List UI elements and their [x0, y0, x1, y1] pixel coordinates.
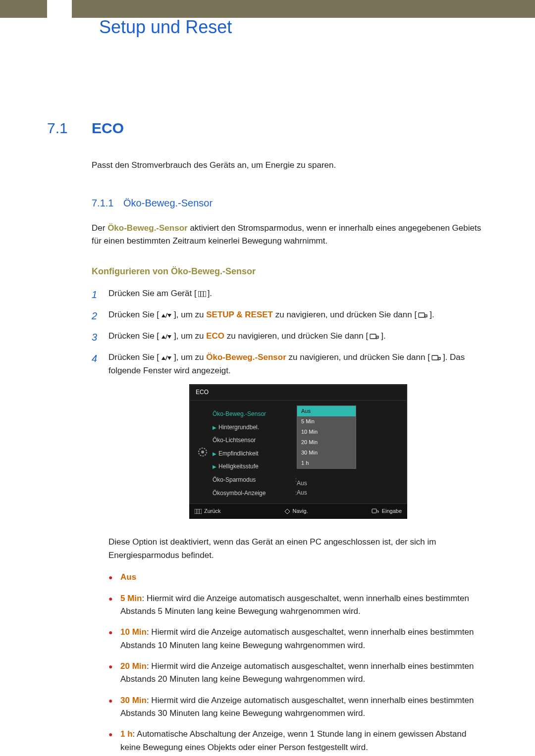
osd-option: 30 Min: [297, 448, 356, 458]
osd-option: 5 Min: [297, 416, 356, 427]
bullet-5min: ● 5 Min: Hiermit wird die Anzeige automa…: [108, 592, 488, 618]
enter-icon: [368, 330, 381, 343]
osd-value: Aus: [297, 488, 404, 498]
step-2: 2 Drücken Sie [], um zu SETUP & RESET zu…: [92, 308, 488, 324]
step-body: Drücken Sie [], um zu Öko-Beweg.-Sensor …: [108, 351, 488, 530]
step-body: Drücken Sie [], um zu ECO zu navigieren,…: [108, 330, 488, 345]
header-bar: [0, 0, 535, 18]
osd-option: 20 Min: [297, 437, 356, 448]
osd-footer: Zurück Navig. Eingabe: [190, 504, 407, 518]
diamond-icon: [284, 508, 290, 514]
bullet-aus: ● Aus: [108, 571, 488, 584]
steps-list: 1 Drücken Sie am Gerät []. 2 Drücken Sie…: [92, 287, 488, 530]
nav-target: Öko-Beweg.-Sensor: [206, 353, 286, 362]
svg-line-5: [165, 335, 167, 339]
bullet-dot-icon: ●: [108, 592, 120, 618]
chapter-title: Setup und Reset: [99, 17, 232, 38]
header-tab: [47, 0, 72, 18]
step-4: 4 Drücken Sie [], um zu Öko-Beweg.-Senso…: [92, 351, 488, 530]
svg-line-7: [165, 356, 167, 360]
subsection-title: Öko-Beweg.-Sensor: [123, 198, 213, 208]
osd-item: ▶Hintergrundbel.: [213, 421, 297, 434]
osd-value: Aus: [297, 479, 404, 488]
enter-icon: [372, 508, 379, 514]
osd-item: ▶Empfindlichkeit: [213, 447, 297, 460]
osd-body: Öko-Beweg.-Sensor ▶Hintergrundbel. Öko-L…: [190, 401, 407, 504]
svg-point-10: [201, 451, 204, 454]
step-body: Drücken Sie [], um zu SETUP & RESET zu n…: [108, 308, 488, 324]
step-1: 1 Drücken Sie am Gerät [].: [92, 287, 488, 302]
bullet-dot-icon: ●: [108, 571, 120, 584]
osd-title: ECO: [190, 385, 407, 401]
content: 7.1 ECO Passt den Stromverbrauch des Ger…: [0, 18, 535, 756]
step-3: 3 Drücken Sie [], um zu ECO zu navigiere…: [92, 330, 488, 345]
osd-menu: Öko-Beweg.-Sensor ▶Hintergrundbel. Öko-L…: [213, 404, 297, 500]
bullet-dot-icon: ●: [108, 660, 120, 686]
enter-icon: [417, 309, 429, 322]
svg-rect-4: [419, 313, 425, 317]
step-number: 3: [92, 330, 108, 345]
bullet-dot-icon: ●: [108, 694, 120, 720]
subsection-number: 7.1.1: [92, 198, 113, 208]
section-number: 7.1: [47, 117, 92, 140]
svg-rect-11: [195, 509, 202, 514]
nav-target: SETUP & RESET: [206, 310, 273, 319]
osd-item: ▶Helligkeitsstufe: [213, 460, 297, 473]
enter-icon: [430, 352, 443, 364]
bullet-20min: ● 20 Min: Hiermit wird die Anzeige autom…: [108, 660, 488, 686]
osd-back: Zurück: [195, 507, 221, 515]
eco-icon: [193, 404, 213, 500]
osd-options-panel: Aus 5 Min 10 Min 20 Min 30 Min 1 h Aus A…: [297, 404, 404, 500]
sensor-paragraph: Der Öko-Beweg.-Sensor aktiviert den Stro…: [92, 222, 488, 248]
bullet-list: ● Aus ● 5 Min: Hiermit wird die Anzeige …: [108, 571, 488, 754]
svg-line-3: [165, 313, 167, 318]
updown-icon: [159, 309, 174, 322]
bullet-1h: ● 1 h: Automatische Abschaltung der Anze…: [108, 728, 488, 754]
osd-item: Öko-Sparmodus:: [213, 473, 297, 487]
osd-screenshot: ECO Öko-Beweg.-Sensor ▶Hintergrundbel. Ö…: [189, 384, 407, 519]
osd-option: Aus: [297, 406, 356, 416]
step-number: 1: [92, 287, 108, 302]
subsection-7-1-1: 7.1.1 Öko-Beweg.-Sensor: [92, 196, 488, 211]
osd-options: Aus 5 Min 10 Min 20 Min 30 Min 1 h: [297, 405, 356, 469]
osd-item: Öko-Beweg.-Sensor: [213, 407, 297, 421]
bullet-30min: ● 30 Min: Hiermit wird die Anzeige autom…: [108, 694, 488, 720]
config-heading: Konfigurieren von Öko-Beweg.-Sensor: [92, 265, 488, 279]
intro-paragraph: Passt den Stromverbrauch des Geräts an, …: [92, 159, 488, 172]
svg-rect-14: [372, 509, 376, 513]
updown-icon: [159, 352, 174, 364]
bullet-10min: ● 10 Min: Hiermit wird die Anzeige autom…: [108, 626, 488, 652]
osd-nav: Navig.: [284, 507, 308, 515]
step-number: 4: [92, 351, 108, 530]
svg-rect-0: [198, 291, 206, 297]
svg-rect-8: [432, 355, 438, 360]
svg-rect-6: [370, 334, 376, 339]
section-title: ECO: [92, 117, 124, 140]
osd-item: Öko-Lichtsensor: [213, 434, 297, 447]
bullet-dot-icon: ●: [108, 728, 120, 754]
section-7-1: 7.1 ECO: [47, 117, 488, 140]
osd-option: 1 h: [297, 458, 356, 468]
osd-enter: Eingabe: [372, 507, 402, 515]
step-body: Drücken Sie am Gerät [].: [108, 287, 488, 302]
updown-icon: [159, 330, 174, 343]
bullet-dot-icon: ●: [108, 626, 120, 652]
nav-target: ECO: [206, 331, 224, 341]
menu-icon: [197, 288, 208, 301]
osd-item: Ökosymbol-Anzeige:: [213, 487, 297, 500]
osd-option: 10 Min: [297, 427, 356, 437]
bold-term: Öko-Beweg.-Sensor: [107, 223, 188, 233]
note: Diese Option ist deaktiviert, wenn das G…: [108, 536, 488, 562]
step-number: 2: [92, 308, 108, 324]
menu-icon: [195, 509, 202, 514]
